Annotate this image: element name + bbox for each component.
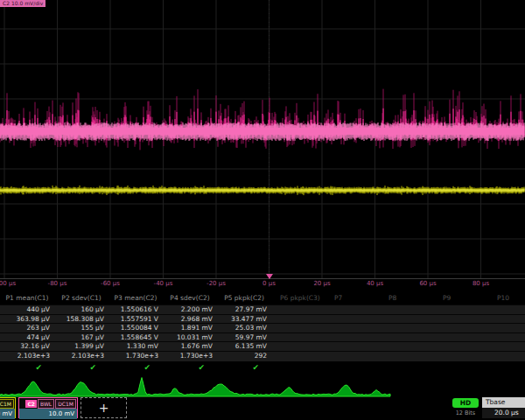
time-axis-label: -40 µs: [154, 280, 173, 287]
measurement-value: 2.103e+3: [0, 352, 54, 361]
time-axis-label: -100 µs: [0, 280, 16, 287]
histogram-trace: [0, 378, 390, 397]
status-check-icon: ✔: [163, 361, 217, 374]
channel2-descriptor-box[interactable]: C2 BWL DC1M 10.0 mV: [18, 397, 78, 418]
param-header-unused[interactable]: P9: [434, 292, 488, 304]
param-header[interactable]: P3 mean(C2): [108, 292, 163, 304]
c1-vdiv-value: 0 mV: [0, 409, 15, 419]
bottom-toolbar: DC1M 0 mV C2 BWL DC1M 10.0 mV + HD 12 Bi…: [0, 396, 525, 420]
time-axis-label: -80 µs: [48, 280, 67, 287]
trace-annotation-badge: C2 10.0 mV/div: [0, 0, 46, 7]
status-check-icon: ✔: [0, 361, 54, 374]
table-row: 2.103e+32.103e+31.730e+31.730e+3292: [0, 351, 525, 361]
param-header-unused[interactable]: P7: [326, 292, 380, 304]
param-header[interactable]: P2 sdev(C1): [54, 292, 108, 304]
timebase-value: 20.0 µs: [482, 408, 525, 418]
param-header-unused[interactable]: P6 pkpk(C3): [271, 292, 326, 304]
c2-vdiv-value: 10.0 mV: [19, 409, 77, 419]
channel1-descriptor-box[interactable]: DC1M 0 mV: [0, 397, 16, 418]
trigger-position-marker[interactable]: [266, 274, 273, 279]
table-row: ✔✔✔✔✔: [0, 361, 525, 374]
time-axis-label: -20 µs: [206, 280, 226, 287]
measurement-value: 292: [217, 352, 271, 361]
timebase-box[interactable]: Tbase 20.0 µs: [482, 397, 525, 418]
time-axis-label: 40 µs: [367, 280, 383, 287]
param-header[interactable]: P4 sdev(C2): [163, 292, 217, 304]
c1-coupling-chip: DC1M: [0, 399, 14, 409]
hd-bits-label: 12 Bits: [452, 410, 479, 416]
measurement-value: 2.103e+3: [54, 352, 108, 361]
time-axis-label: 20 µs: [313, 280, 330, 287]
time-axis-line: [0, 278, 525, 279]
status-check-icon: ✔: [217, 361, 271, 374]
status-check-icon: ✔: [108, 361, 163, 374]
measurement-value: 1.730e+3: [108, 352, 163, 361]
time-axis-label: 0 µs: [262, 280, 276, 287]
add-trace-button[interactable]: +: [80, 397, 127, 418]
measurement-table: P1 mean(C1)P2 sdev(C1)P3 mean(C2)P4 sdev…: [0, 292, 525, 374]
param-header-unused[interactable]: P10: [488, 292, 525, 304]
c2-bwl-chip: BWL: [38, 399, 54, 409]
c2-channel-chip: C2: [25, 400, 37, 408]
param-header[interactable]: P1 mean(C1): [0, 292, 54, 304]
param-header-unused[interactable]: P8: [380, 292, 434, 304]
time-axis-label: 80 µs: [472, 280, 489, 287]
channel1-flat-trace: [0, 186, 524, 195]
time-axis-label: -60 µs: [101, 280, 120, 287]
c2-coupling-chip: DC1M: [55, 399, 76, 409]
table-row: P1 mean(C1)P2 sdev(C1)P3 mean(C2)P4 sdev…: [0, 292, 525, 304]
status-check-icon: ✔: [54, 361, 108, 374]
oscilloscope-screen: C2 10.0 mV/div -100 µs-80 µs-60 µs-40 µs…: [0, 0, 525, 420]
measurement-value: 1.730e+3: [163, 352, 217, 361]
hd-mode-badge[interactable]: HD: [452, 398, 479, 408]
timebase-title: Tbase: [482, 397, 525, 408]
param-header[interactable]: P5 pkpk(C2): [217, 292, 271, 304]
time-axis: -100 µs-80 µs-60 µs-40 µs-20 µs0 µs20 µs…: [0, 280, 525, 290]
channel2-noise-trace: [0, 89, 524, 150]
time-axis-label: 60 µs: [419, 280, 436, 287]
